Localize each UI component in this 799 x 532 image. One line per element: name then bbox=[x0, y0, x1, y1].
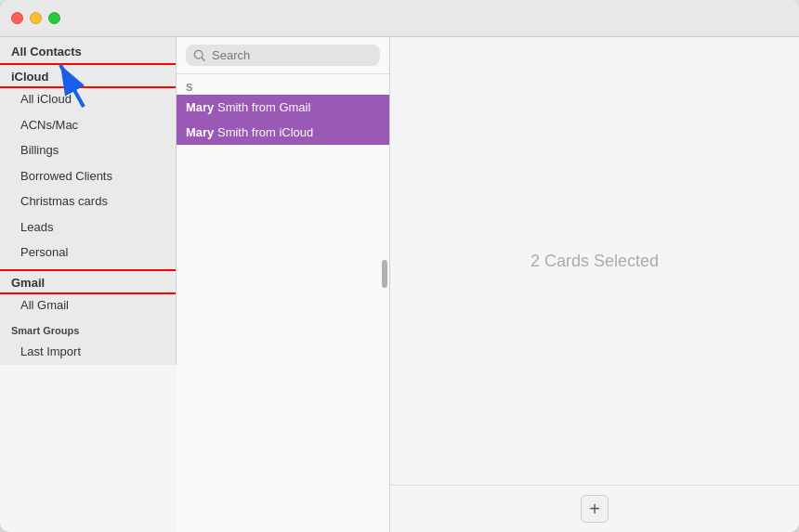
sidebar-wrapper: All Contacts iCloud All iCloud ACNs/Mac … bbox=[0, 37, 177, 532]
sidebar-item-all-icloud[interactable]: All iCloud bbox=[0, 86, 176, 112]
detail-panel: 2 Cards Selected + bbox=[390, 37, 799, 532]
search-icon bbox=[193, 49, 206, 62]
contact-item-mary-smith-icloud[interactable]: Mary Smith from iCloud bbox=[177, 120, 389, 145]
contact-list-panel: S Mary Smith from Gmail Mary Smith from … bbox=[177, 37, 390, 532]
traffic-lights bbox=[11, 12, 60, 24]
search-container bbox=[186, 45, 380, 66]
main-content: All Contacts iCloud All iCloud ACNs/Mac … bbox=[0, 37, 799, 532]
sidebar-item-personal[interactable]: Personal bbox=[0, 240, 176, 266]
scrollbar-handle[interactable] bbox=[382, 260, 387, 288]
sidebar-item-billings[interactable]: Billings bbox=[0, 137, 176, 163]
sidebar-item-christmas-cards[interactable]: Christmas cards bbox=[0, 188, 176, 214]
search-input[interactable] bbox=[186, 45, 380, 66]
sidebar-smart-groups-header: Smart Groups bbox=[0, 318, 176, 339]
sidebar-section-gmail[interactable]: Gmail bbox=[0, 271, 176, 292]
sidebar-item-all-contacts[interactable]: All Contacts bbox=[0, 37, 176, 65]
maximize-button[interactable] bbox=[48, 12, 60, 24]
add-button-area: + bbox=[390, 485, 799, 532]
sidebar-item-leads[interactable]: Leads bbox=[0, 214, 176, 240]
minimize-button[interactable] bbox=[30, 12, 42, 24]
sidebar-item-all-gmail[interactable]: All Gmail bbox=[0, 292, 176, 318]
cards-selected-label: 2 Cards Selected bbox=[530, 37, 659, 485]
titlebar bbox=[0, 0, 799, 37]
svg-line-3 bbox=[202, 58, 204, 60]
contact-item-mary-smith-gmail[interactable]: Mary Smith from Gmail bbox=[177, 95, 389, 120]
contact-name-bold: Mary bbox=[186, 125, 214, 139]
sidebar: All Contacts iCloud All iCloud ACNs/Mac … bbox=[0, 37, 177, 365]
search-bar bbox=[177, 37, 389, 74]
contact-name-rest: Smith from Gmail bbox=[214, 100, 310, 114]
sidebar-section-icloud[interactable]: iCloud bbox=[0, 65, 176, 86]
sidebar-item-last-import[interactable]: Last Import bbox=[0, 339, 176, 365]
add-contact-button[interactable]: + bbox=[581, 495, 609, 523]
contacts-window: All Contacts iCloud All iCloud ACNs/Mac … bbox=[0, 0, 799, 532]
contact-name-bold: Mary bbox=[186, 100, 214, 114]
section-letter-s: S bbox=[177, 78, 389, 95]
sidebar-item-acns-mac[interactable]: ACNs/Mac bbox=[0, 112, 176, 138]
contact-list: S Mary Smith from Gmail Mary Smith from … bbox=[177, 74, 389, 532]
contact-name-rest: Smith from iCloud bbox=[214, 125, 313, 139]
sidebar-item-borrowed-clients[interactable]: Borrowed Clients bbox=[0, 163, 176, 189]
close-button[interactable] bbox=[11, 12, 23, 24]
